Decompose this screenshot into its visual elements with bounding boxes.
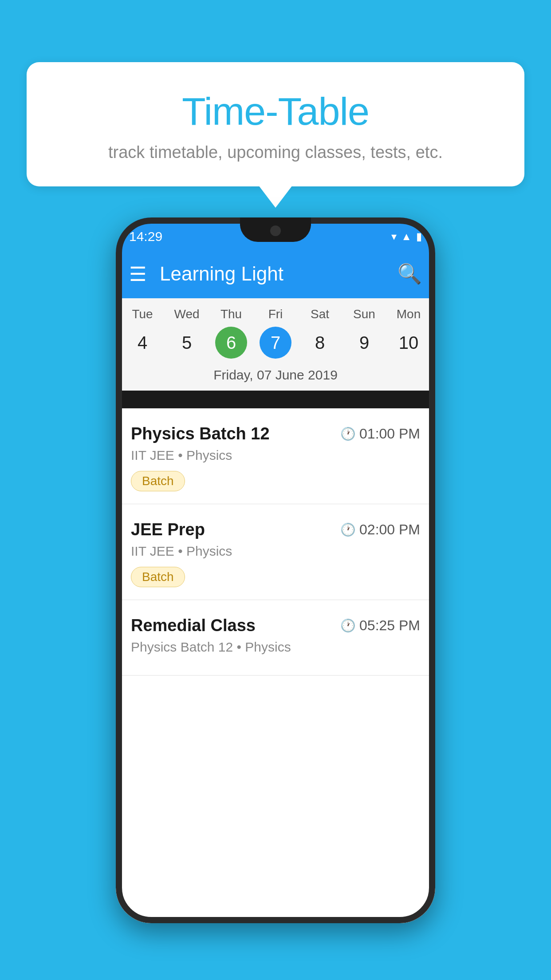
calendar-strip: Tue4Wed5Thu6Fri7Sat8Sun9Mon10 Friday, 07… — [116, 298, 435, 391]
schedule-item-time: 🕐 02:00 PM — [340, 522, 420, 538]
schedule-item-subtitle: Physics Batch 12 • Physics — [131, 640, 420, 655]
schedule-item-subtitle: IIT JEE • Physics — [131, 544, 420, 559]
schedule-item[interactable]: JEE Prep🕐 02:00 PMIIT JEE • PhysicsBatch — [116, 504, 435, 600]
day-col[interactable]: Wed5 — [167, 307, 207, 359]
schedule-item[interactable]: Physics Batch 12🕐 01:00 PMIIT JEE • Phys… — [116, 408, 435, 504]
status-icons: ▾ ▲ ▮ — [391, 230, 422, 243]
schedule-item-time: 🕐 01:00 PM — [340, 426, 420, 442]
day-name: Sat — [311, 307, 329, 321]
batch-badge: Batch — [131, 567, 185, 587]
day-number[interactable]: 9 — [348, 327, 380, 359]
day-number[interactable]: 7 — [260, 327, 291, 359]
day-number[interactable]: 5 — [171, 327, 203, 359]
schedule-item-title: Physics Batch 12 — [131, 424, 270, 443]
selected-date: Friday, 07 June 2019 — [116, 363, 435, 391]
day-col[interactable]: Tue4 — [122, 307, 162, 359]
day-col[interactable]: Thu6 — [211, 307, 251, 359]
status-time: 14:29 — [129, 229, 162, 244]
schedule-list: Physics Batch 12🕐 01:00 PMIIT JEE • Phys… — [116, 408, 435, 923]
day-col[interactable]: Mon10 — [389, 307, 429, 359]
clock-icon: 🕐 — [340, 522, 356, 537]
speech-bubble: Time-Table track timetable, upcoming cla… — [27, 62, 524, 186]
app-title: Learning Light — [160, 263, 398, 285]
phone-mockup: 14:29 ▾ ▲ ▮ ☰ Learning Light 🔍 Tue4Wed5T… — [116, 217, 435, 923]
day-col[interactable]: Sat8 — [300, 307, 340, 359]
day-number[interactable]: 10 — [393, 327, 425, 359]
battery-icon: ▮ — [416, 230, 422, 243]
day-col[interactable]: Sun9 — [344, 307, 384, 359]
schedule-item-title: Remedial Class — [131, 616, 256, 635]
schedule-item-header: Physics Batch 12🕐 01:00 PM — [131, 424, 420, 443]
schedule-item-title: JEE Prep — [131, 520, 205, 539]
day-number[interactable]: 6 — [215, 327, 247, 359]
day-name: Fri — [268, 307, 283, 321]
schedule-item[interactable]: Remedial Class🕐 05:25 PMPhysics Batch 12… — [116, 600, 435, 676]
search-icon[interactable]: 🔍 — [398, 262, 422, 285]
clock-icon: 🕐 — [340, 427, 356, 441]
bubble-subtitle: track timetable, upcoming classes, tests… — [62, 143, 489, 162]
schedule-item-header: JEE Prep🕐 02:00 PM — [131, 520, 420, 539]
notch — [240, 217, 311, 242]
bubble-title: Time-Table — [62, 89, 489, 134]
schedule-item-subtitle: IIT JEE • Physics — [131, 448, 420, 463]
days-row: Tue4Wed5Thu6Fri7Sat8Sun9Mon10 — [116, 298, 435, 363]
day-number[interactable]: 4 — [126, 327, 158, 359]
wifi-icon: ▾ — [391, 230, 397, 243]
clock-icon: 🕐 — [340, 618, 356, 633]
schedule-item-header: Remedial Class🕐 05:25 PM — [131, 616, 420, 635]
signal-icon: ▲ — [401, 230, 412, 243]
day-name: Thu — [220, 307, 242, 321]
phone-container: 14:29 ▾ ▲ ▮ ☰ Learning Light 🔍 Tue4Wed5T… — [27, 217, 524, 923]
day-name: Sun — [353, 307, 375, 321]
day-number[interactable]: 8 — [304, 327, 336, 359]
schedule-item-time: 🕐 05:25 PM — [340, 617, 420, 634]
day-name: Wed — [174, 307, 199, 321]
camera — [270, 225, 281, 236]
day-col[interactable]: Fri7 — [256, 307, 295, 359]
day-name: Tue — [132, 307, 153, 321]
speech-bubble-container: Time-Table track timetable, upcoming cla… — [27, 62, 524, 186]
app-bar: ☰ Learning Light 🔍 — [116, 249, 435, 298]
batch-badge: Batch — [131, 471, 185, 491]
day-name: Mon — [397, 307, 421, 321]
menu-icon[interactable]: ☰ — [129, 263, 146, 285]
